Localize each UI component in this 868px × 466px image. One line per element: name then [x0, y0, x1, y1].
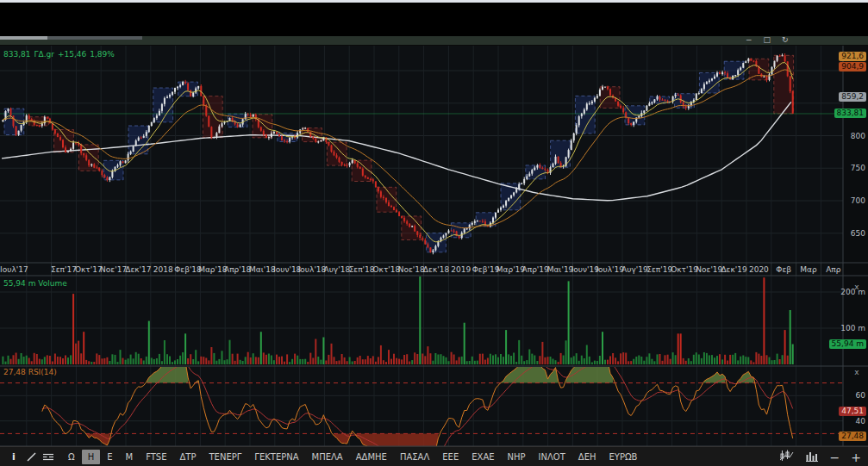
symbol-tab-ΕΧΑΕ[interactable]: ΕΧΑΕ	[465, 450, 500, 464]
refresh-icon[interactable]: ↻	[782, 34, 789, 45]
x-axis-label: Απρ	[826, 265, 840, 274]
symbol-tab-ΕΕΕ[interactable]: ΕΕΕ	[436, 450, 465, 464]
y-axis-label: 650	[851, 229, 865, 238]
legend-change-pct: 1,89%	[90, 50, 115, 59]
x-axis-label: Οκτ'19	[671, 265, 698, 274]
symbol-tab-ΠΑΣΑΛ[interactable]: ΠΑΣΑΛ	[394, 450, 435, 464]
x-axis-label: Οκτ'18	[373, 265, 401, 274]
chart-window-titlebar[interactable]: − □ ↻	[0, 36, 868, 46]
rsi-badge: 47,51	[839, 407, 866, 416]
symbol-tab-ΝΗΡ[interactable]: ΝΗΡ	[502, 450, 532, 464]
x-axis-label: Δεκ'17	[125, 265, 151, 274]
symbol-tabs: ΩΗΕΜFTSEΔΤΡΤΕΝΕΡΓΓΕΚΤΕΡΝΑΜΠΕΛΑΑΔΜΗΕΠΑΣΑΛ…	[62, 450, 643, 464]
symbol-tab-Ω[interactable]: Ω	[62, 450, 81, 464]
x-axis-label: Ιουν'19	[571, 265, 599, 274]
x-axis-label: Μαρ	[800, 265, 816, 274]
symbol-tab-Ε[interactable]: Ε	[101, 450, 118, 464]
y-axis-label: 700	[851, 196, 865, 205]
symbol-tab-ΕΥΡΩΒ[interactable]: ΕΥΡΩΒ	[603, 450, 644, 464]
x-axis-label: Αυγ'19	[621, 265, 648, 274]
volume-badge: 55,94 m	[829, 339, 866, 349]
x-axis-label: Φεβ	[776, 265, 791, 274]
symbol-tab-Μ[interactable]: Μ	[120, 450, 140, 464]
x-axis-label: Οκτ'17	[75, 265, 103, 274]
draw-icon[interactable]	[22, 449, 40, 464]
x-axis-label: Ιουλ'18	[298, 265, 327, 274]
y-axis-label: 750	[851, 164, 865, 172]
price-badge: 859,2	[839, 92, 866, 102]
x-axis-label: Ιουλ'17	[0, 265, 28, 274]
x-axis-label: Φεβ'18	[174, 265, 202, 274]
price-badge: 833,81	[834, 109, 867, 118]
legend-symbol: ΓΔ.gr	[34, 50, 54, 59]
x-axis-label: Σεπ'17	[51, 265, 77, 274]
titlebar-tab-dark[interactable]	[47, 36, 142, 40]
x-axis-label: Ιουλ'19	[596, 265, 624, 274]
x-axis-label: Σεπ'18	[349, 265, 375, 274]
x-axis-label: Δεκ'18	[423, 265, 449, 274]
x-axis-label: 2020	[749, 265, 769, 274]
volume-panel-close-button[interactable]: x	[852, 283, 862, 291]
y-axis-label: 800	[851, 132, 865, 140]
watchlist-icon[interactable]	[40, 449, 57, 464]
x-axis-label: Σεπ'19	[646, 265, 672, 274]
zoom-in-button[interactable]: +	[851, 451, 861, 463]
legend-change: +15,46	[58, 50, 86, 59]
x-axis-label: 2019	[451, 265, 471, 274]
symbol-tab-ΓΕΚΤΕΡΝΑ[interactable]: ΓΕΚΤΕΡΝΑ	[248, 450, 304, 464]
x-axis-label: Φεβ'19	[472, 265, 500, 274]
x-axis-label: Μαρ'19	[496, 265, 525, 274]
symbol-tab-ΤΕΝΕΡΓ[interactable]: ΤΕΝΕΡΓ	[203, 450, 248, 464]
candlestick-chart-icon[interactable]	[779, 449, 794, 465]
x-axis-label: Αυγ'18	[323, 265, 350, 274]
trading-app-window: − □ ↻ 833,81ΓΔ.gr+15,461,89% 55,94 m Vol…	[0, 0, 868, 466]
symbol-tab-ΜΠΕΛΑ[interactable]: ΜΠΕΛΑ	[306, 450, 349, 464]
legend-last-price: 833,81	[3, 50, 31, 59]
symbol-tab-FTSE[interactable]: FTSE	[140, 450, 172, 464]
titlebar-tab-light[interactable]	[0, 36, 47, 40]
symbol-tab-Η[interactable]: Η	[82, 450, 101, 464]
bottom-toolbar: i ΩΗΕΜFTSEΔΤΡΤΕΝΕΡΓΓΕΚΤΕΡΝΑΜΠΕΛΑΑΔΜΗΕΠΑΣ…	[0, 446, 868, 466]
y-axis-label: 100 m	[840, 324, 865, 332]
symbol-tab-ΙΝΛΟΤ[interactable]: ΙΝΛΟΤ	[533, 450, 571, 464]
x-axis-label: Δεκ'19	[721, 265, 746, 274]
x-axis-label: Νοε'17	[100, 265, 127, 274]
window-controls: − □ ↻	[746, 34, 789, 45]
x-axis-label: Μαι'18	[249, 265, 276, 274]
x-axis-label: Ιουν'18	[273, 265, 301, 274]
x-axis-label: Απρ'19	[522, 265, 549, 274]
rsi-legend: 27,48 RSI(14)	[3, 368, 57, 376]
price-legend: 833,81ΓΔ.gr+15,461,89%	[3, 50, 118, 59]
y-axis-label: 40	[856, 417, 865, 426]
volume-legend: 55,94 m Volume	[3, 279, 67, 288]
x-axis-label: Μαρ'18	[198, 265, 227, 274]
symbol-tab-ΔΕΗ[interactable]: ΔΕΗ	[572, 450, 603, 464]
x-axis-label: Απρ'18	[224, 265, 251, 274]
x-axis-label: Νοε'18	[398, 265, 425, 274]
x-axis-label: Νοε'19	[696, 265, 722, 274]
zoom-out-button[interactable]: −	[830, 451, 840, 463]
symbol-tab-ΔΤΡ[interactable]: ΔΤΡ	[174, 450, 203, 464]
symbol-tab-ΑΔΜΗΕ[interactable]: ΑΔΜΗΕ	[350, 450, 393, 464]
price-badge: 904,9	[839, 62, 866, 71]
rsi-panel-close-button[interactable]: x	[852, 368, 862, 376]
y-axis-label: 60	[856, 391, 865, 400]
bar-chart-icon[interactable]	[805, 449, 819, 465]
minimize-icon[interactable]: −	[746, 34, 752, 45]
rsi-badge: 27,48	[839, 432, 866, 441]
x-axis-label: 2018	[153, 265, 173, 274]
info-icon[interactable]: i	[5, 449, 22, 464]
x-axis: Ιουλ'17Σεπ'17Οκτ'17Νοε'17Δεκ'172018Φεβ'1…	[0, 264, 843, 276]
x-axis-label: Μαι'19	[547, 265, 574, 274]
chart-canvas[interactable]	[0, 0, 868, 466]
price-badge: 921,6	[839, 52, 866, 61]
chart-view-controls: − +	[779, 447, 861, 466]
restore-icon[interactable]: □	[764, 34, 771, 45]
